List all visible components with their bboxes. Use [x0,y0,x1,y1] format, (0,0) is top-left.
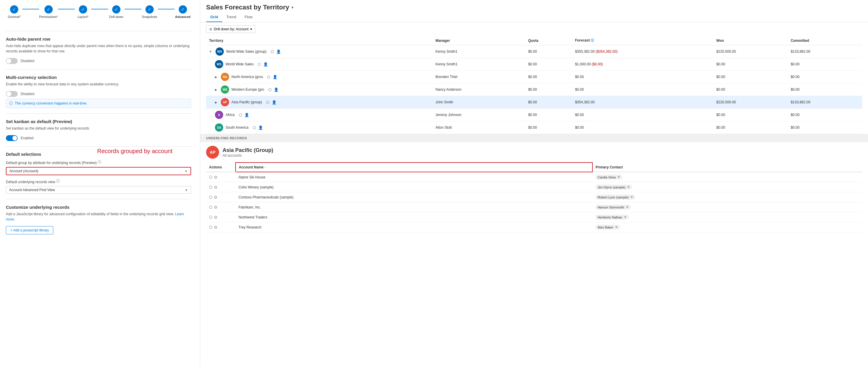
left-panel: ✓ General* ✓ Permissions* ✓ Layout* ✓ Dr… [0,0,200,366]
open-record-icon[interactable]: ⬡ [209,195,212,199]
underlying-info: AP Asia Pacific (Group) All accounts [206,142,862,162]
user-icon[interactable]: 👤 [273,75,277,79]
more-options-icon[interactable]: ⊙ [214,225,217,230]
drill-down-label: Drill down by: Account [214,27,248,31]
open-record-icon[interactable]: ⬡ [209,215,212,219]
account-name-cell: Northwind Traders [236,212,592,222]
step-drilldown[interactable]: ✓ Drill down [108,5,125,19]
expand-icon[interactable]: ▼ [209,50,212,53]
kanban-section: Set kanban as default (Preview) Set kanb… [6,119,191,141]
remove-contact-icon[interactable]: ✕ [627,185,630,189]
expand-icon[interactable]: ▶ [215,75,217,79]
view-value: Account Advanced Find View [9,188,55,192]
user-icon[interactable]: 👤 [263,62,268,66]
contact-cell: Jim Glynn (sample) ✕ [592,182,862,192]
committed-cell: $0.00 [787,83,862,96]
currency-info-box: ⓘ The currency conversion happens in rea… [6,99,191,108]
more-options-icon[interactable]: ⊙ [214,205,217,209]
group-by-dropdown[interactable]: Account (Account) ▼ [6,167,191,175]
share-icon[interactable]: ⬡ [271,50,274,54]
drill-down-filter-button[interactable]: ⊙ Drill down by: Account ▾ [206,25,255,33]
won-cell: $0.00 [713,83,788,96]
quota-cell: $0.00 [525,109,572,121]
remove-contact-icon[interactable]: ✕ [630,195,633,199]
manager-cell: Kenny Smith1 [433,45,525,58]
won-cell: $0.00 [713,71,788,83]
tab-flow[interactable]: Flow [240,12,256,22]
user-icon[interactable]: 👤 [274,87,279,92]
share-icon[interactable]: ⬡ [253,125,256,130]
open-record-icon[interactable]: ⬡ [209,205,212,209]
user-icon[interactable]: 👤 [258,125,263,130]
manager-cell: Kenny Smith1 [433,58,525,71]
add-js-button[interactable]: + Add a javascript library [6,226,53,234]
share-icon[interactable]: ⬡ [266,100,270,104]
won-cell: $220,500.00 [713,96,788,109]
open-record-icon[interactable]: ⬡ [209,185,212,189]
step-snapshots[interactable]: ✓ Snapshots [141,5,158,19]
col-forecast: Forecast ⓘ [572,36,713,45]
forecast-dropdown-icon[interactable]: ▾ [291,5,293,10]
user-icon[interactable]: 👤 [272,100,277,104]
step-layout[interactable]: ✓ Layout* [75,5,91,19]
step-circle-snapshots: ✓ [146,5,154,13]
step-circle-layout: ✓ [79,5,87,13]
col-manager: Manager [433,36,525,45]
tab-bar: Grid Trend Flow [200,11,868,22]
remove-contact-icon[interactable]: ✕ [626,205,629,209]
share-icon[interactable]: ⬡ [267,75,270,79]
expand-icon[interactable]: ▶ [215,88,217,91]
user-icon[interactable]: 👤 [244,113,249,117]
col-won: Won [713,36,788,45]
contact-badge: Heriberto Nathan ✕ [595,215,629,220]
user-icon[interactable]: 👤 [276,50,281,54]
avatar: A [215,111,223,119]
underlying-avatar: AP [206,146,219,159]
auto-hide-toggle[interactable] [6,58,18,64]
open-record-icon[interactable]: ⬡ [209,175,212,179]
view-field-label: Default underlying records view ⓘ [6,179,191,185]
contact-cell: Cacilia Viera ✕ [592,172,862,182]
multi-currency-toggle[interactable] [6,91,18,97]
remove-contact-icon[interactable]: ✕ [617,175,620,179]
step-general[interactable]: ✓ General* [6,5,22,19]
avatar: WS [215,60,223,68]
share-icon[interactable]: ⬡ [239,113,242,117]
action-cell: ⬡ ⊙ [206,172,236,182]
territory-name: World Wide Sales (group) [226,50,267,54]
currency-info-text: The currency conversion happens in real-… [15,101,88,105]
forecast-cell: $0.00 [572,121,713,134]
more-options-icon[interactable]: ⊙ [214,185,217,189]
remove-contact-icon[interactable]: ✕ [624,215,626,219]
view-dropdown[interactable]: Account Advanced Find View ▼ [6,186,191,194]
grid-area: ⊙ Drill down by: Account ▾ Territory Man… [200,22,868,366]
quota-cell: $0.00 [525,71,572,83]
underlying-table: Actions Account Name ↑ Primary Contact ⬡… [206,162,862,232]
step-permissions[interactable]: ✓ Permissions* [39,5,58,19]
expand-icon[interactable]: ▶ [215,101,217,104]
view-info-icon: ⓘ [56,179,60,184]
tab-trend[interactable]: Trend [222,12,240,22]
action-cell: ⬡ ⊙ [206,202,236,212]
share-icon[interactable]: ⬡ [258,62,261,66]
kanban-toggle[interactable] [6,135,18,141]
group-by-field-label: Default group by attribute for underlyin… [6,160,191,166]
territory-name: Asia Pacific (group) [231,100,262,104]
kanban-title: Set kanban as default (Preview) [6,119,191,124]
share-icon[interactable]: ⬡ [268,87,272,92]
remove-contact-icon[interactable]: ✕ [615,225,618,229]
open-record-icon[interactable]: ⬡ [209,225,212,230]
forecast-cell: $0.00 [572,71,713,83]
territory-name: Africa [225,113,235,117]
more-options-icon[interactable]: ⊙ [214,195,217,199]
customize-desc: Add a JavaScript library for advanced co… [6,211,191,222]
auto-hide-title: Auto-hide parent row [6,36,191,41]
committed-cell: $0.00 [787,58,862,71]
account-name-cell: Contoso Pharmaceuticals (sample) [236,192,592,202]
col-quota: Quota [525,36,572,45]
step-label-drilldown: Drill down [109,15,123,19]
tab-grid[interactable]: Grid [206,12,222,22]
more-options-icon[interactable]: ⊙ [214,175,217,179]
step-advanced[interactable]: ✓ Advanced [175,5,191,19]
more-options-icon[interactable]: ⊙ [214,215,217,219]
